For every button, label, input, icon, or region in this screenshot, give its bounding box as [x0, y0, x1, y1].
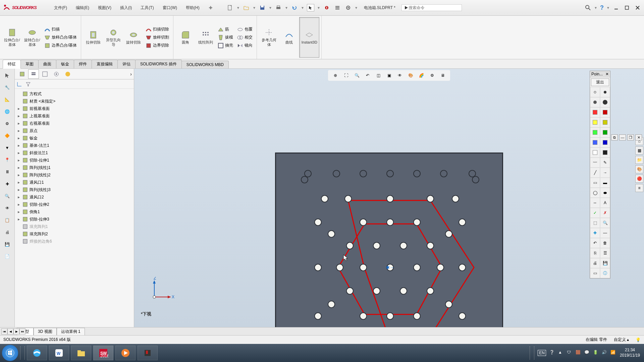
bottom-tab-motion[interactable]: 运动算例 1 — [57, 328, 85, 335]
curves-button[interactable]: 曲线 — [279, 17, 299, 58]
color-swatch[interactable] — [600, 117, 610, 127]
tree-item[interactable]: 焊接的边角6 — [15, 238, 133, 245]
tab-mbd[interactable]: SOLIDWORKS MBD — [181, 61, 229, 68]
status-light-icon[interactable]: 💡 — [636, 338, 641, 342]
line-icon[interactable]: ╱ — [590, 168, 600, 178]
maximize-button[interactable] — [623, 4, 631, 11]
status-custom[interactable]: 自定义 ▴ — [614, 337, 629, 343]
linear-pattern-button[interactable]: 线性阵列 — [196, 17, 216, 58]
search-icon[interactable] — [585, 4, 591, 11]
tree-item[interactable]: ▸通风口2 — [15, 193, 133, 201]
tab-weldments[interactable]: 焊件 — [74, 60, 92, 68]
rect-icon[interactable]: ▭ — [590, 178, 600, 188]
view-orientation-icon[interactable]: ⊕ — [331, 71, 339, 79]
feature-tree[interactable]: 方程式材质 <未指定>▸前视基准面▸上视基准面▸右视基准面▸原点▸钣金▸基体-法… — [15, 89, 134, 327]
color-swatch[interactable] — [600, 137, 610, 147]
tab-first-icon[interactable]: ⏮ — [1, 328, 7, 335]
boundary-button[interactable]: 边界凸台/基体 — [42, 42, 79, 49]
tree-item[interactable]: ▸上视基准面 — [15, 112, 133, 120]
taskbar-media[interactable] — [115, 346, 136, 360]
command-search[interactable] — [401, 4, 462, 11]
tool-icon[interactable]: Ⅲ — [3, 168, 11, 176]
taskbar-explorer[interactable] — [71, 346, 91, 360]
fillet-button[interactable]: 圆角 — [175, 17, 196, 58]
shell-button[interactable]: 抽壳 — [216, 42, 235, 49]
menu-edit[interactable]: 编辑(E) — [72, 4, 93, 12]
window-icon[interactable]: ▭ — [590, 268, 600, 278]
tool-icon[interactable]: 👁 — [3, 204, 11, 212]
taskbar-wps[interactable]: W — [49, 346, 69, 360]
tree-item[interactable]: ▸切除-拉伸1 — [15, 157, 133, 164]
view-palette-icon[interactable]: 🎨 — [635, 165, 643, 173]
double-arrow-icon[interactable]: ↔ — [590, 198, 600, 208]
tree-item[interactable]: 材质 <未指定> — [15, 98, 133, 105]
expand-icon[interactable]: › — [130, 71, 132, 77]
menu-view[interactable]: 视图(V) — [94, 4, 115, 12]
arrow-icon[interactable]: → — [600, 168, 610, 178]
system-clock[interactable]: 21:34 2019/11/19 — [620, 348, 642, 358]
menu-help[interactable]: 帮助(H) — [182, 4, 204, 12]
edit-appearance-icon[interactable]: 🎨 — [407, 71, 415, 79]
settings-button[interactable] — [344, 4, 352, 11]
tool-icon[interactable]: 📄 — [3, 252, 11, 260]
plus-icon[interactable]: ✚ — [590, 228, 600, 238]
tree-item[interactable]: ▸原点 — [15, 127, 133, 134]
tool-icon[interactable]: 💾 — [3, 240, 11, 248]
tab-prev-icon[interactable]: ◀ — [7, 328, 13, 335]
zoom-icon[interactable]: 🔍 — [600, 218, 610, 228]
delete-icon[interactable]: 🗑 — [600, 238, 610, 248]
tree-item[interactable]: 填充阵列1 — [15, 223, 133, 230]
hide-show-icon[interactable]: 👁 — [396, 71, 404, 79]
panel-close-icon[interactable]: ✕ — [605, 72, 609, 76]
select-button[interactable] — [307, 4, 314, 11]
search-input[interactable] — [409, 5, 452, 10]
extrude-cut-button[interactable]: 拉伸切除 — [83, 17, 103, 58]
fm-tab-tree[interactable] — [28, 69, 39, 79]
help-button[interactable]: ? — [600, 4, 604, 11]
hole-wizard-button[interactable]: 异型孔向导 — [103, 17, 123, 58]
save-icon[interactable]: 💾 — [600, 258, 610, 268]
list-icon[interactable]: ☰ — [600, 248, 610, 258]
tree-item[interactable]: ▸前视基准面 — [15, 105, 133, 112]
filled-rect-icon[interactable]: ▬ — [600, 178, 610, 188]
doc-newwindow-button[interactable]: ⧉ — [611, 134, 618, 140]
print-button[interactable] — [275, 4, 282, 11]
doc-restore-button[interactable]: ❐ — [627, 134, 634, 140]
cross-icon[interactable]: ✗ — [600, 208, 610, 218]
tab-sheetmetal[interactable]: 钣金 — [56, 60, 74, 68]
menu-file[interactable]: 文件(F) — [50, 4, 71, 12]
ellipse-icon[interactable]: ◯ — [590, 188, 600, 198]
menu-window[interactable]: 窗口(W) — [159, 4, 181, 12]
tool-icon[interactable]: 🌐 — [3, 108, 11, 116]
color-swatch[interactable] — [590, 127, 600, 137]
menu-tools[interactable]: 工具(T) — [137, 4, 158, 12]
pin-icon[interactable] — [208, 5, 213, 10]
check-icon[interactable]: ✓ — [590, 208, 600, 218]
undo-icon[interactable]: ↶ — [590, 238, 600, 248]
tree-item[interactable]: ▸基体-法兰1 — [15, 142, 133, 149]
tab-next-icon[interactable]: ▶ — [13, 328, 19, 335]
language-indicator[interactable]: EN — [538, 350, 546, 356]
sweep-button[interactable]: 扫描 — [42, 26, 79, 33]
library-icon[interactable]: 📁 — [635, 156, 643, 164]
graphics-viewport[interactable]: ⊕ ⛶ 🔍 ↶ ◫ ▣ 👁 🎨 🌈 ⚙ 🖥 ✱→ — [134, 69, 644, 327]
loft-cut-button[interactable]: 放样切割 — [144, 34, 171, 41]
extrude-boss-button[interactable]: 拉伸凸台/基体 — [2, 17, 22, 58]
info-icon[interactable]: ⓘ — [600, 268, 610, 278]
tab-last-icon[interactable]: ⏭ — [19, 328, 25, 335]
doc-minimize-button[interactable]: — — [619, 134, 626, 140]
wrap-button[interactable]: 包覆 — [235, 26, 255, 33]
view-triad[interactable]: Z X — [148, 277, 174, 304]
loft-button[interactable]: 放样凸台/基体 — [42, 34, 79, 41]
rebuild-button[interactable] — [323, 4, 330, 11]
color-swatch[interactable] — [590, 107, 600, 117]
display-style-icon[interactable]: ▣ — [385, 71, 393, 79]
tool-icon[interactable]: ✚ — [3, 180, 11, 188]
tab-evaluate[interactable]: 评估 — [117, 60, 136, 68]
tab-features[interactable]: 特征 — [3, 60, 21, 69]
zoom-fit-icon[interactable]: ⛶ — [342, 71, 350, 79]
point-small-filled-icon[interactable] — [600, 87, 610, 97]
taskbar-solidworks[interactable]: SW2016 — [93, 346, 113, 360]
minimize-button[interactable] — [612, 4, 620, 11]
copy-icon[interactable]: ⎘ — [590, 248, 600, 258]
